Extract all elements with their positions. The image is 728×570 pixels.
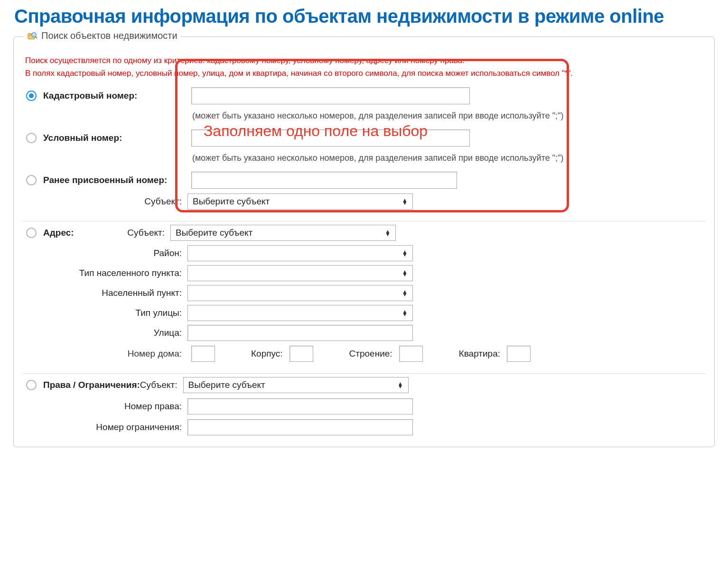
- street-type-label: Тип улицы:: [22, 308, 187, 318]
- radio-rights-label: Права / Ограничения:: [43, 380, 140, 390]
- settlement-type-select[interactable]: ▲▼: [187, 265, 413, 281]
- restriction-no-input[interactable]: [187, 419, 413, 435]
- dropdown-arrows-icon: ▲▼: [402, 290, 408, 296]
- previous-number-input[interactable]: [191, 172, 457, 189]
- radio-previous-label: Ранее присвоенный номер:: [43, 175, 167, 185]
- radio-cadastral-label: Кадастровый номер:: [43, 91, 137, 101]
- panel-title: Поиск объектов недвижимости: [41, 30, 177, 41]
- svg-line-3: [35, 36, 37, 38]
- dropdown-arrows-icon: ▲▼: [398, 382, 403, 388]
- flat-input[interactable]: [507, 346, 531, 362]
- district-select[interactable]: ▲▼: [187, 245, 413, 261]
- address-subject-select[interactable]: Выберите субъект ▲▼: [170, 225, 396, 241]
- building-input[interactable]: [289, 346, 313, 362]
- radio-rights[interactable]: [26, 380, 37, 390]
- section-divider: [22, 221, 706, 221]
- settlement-label: Населенный пункт:: [22, 288, 187, 298]
- house-label: Номер дома:: [22, 349, 187, 359]
- svg-rect-1: [28, 33, 31, 35]
- radio-cadastral[interactable]: [26, 91, 37, 101]
- conditional-hint: (может быть указано несколько номеров, д…: [192, 153, 706, 163]
- previous-subject-value: Выберите субъект: [193, 196, 270, 207]
- previous-subject-select[interactable]: Выберите субъект ▲▼: [187, 193, 413, 210]
- structure-input[interactable]: [399, 346, 423, 362]
- flat-label: Квартира:: [459, 349, 500, 359]
- rights-subject-value: Выберите субъект: [188, 380, 265, 390]
- settlement-type-label: Тип населенного пункта:: [22, 268, 187, 278]
- previous-subject-label: Субъект:: [22, 196, 187, 207]
- rights-subject-label: Субъект:: [140, 380, 183, 390]
- address-subject-value: Выберите субъект: [176, 228, 252, 238]
- conditional-number-input[interactable]: [191, 129, 470, 147]
- structure-label: Строение:: [349, 349, 392, 359]
- radio-address[interactable]: [26, 228, 37, 238]
- radio-previous[interactable]: [26, 175, 37, 185]
- cadastral-number-input[interactable]: [191, 87, 470, 104]
- dropdown-arrows-icon: ▲▼: [402, 270, 408, 276]
- folder-search-icon: [27, 31, 37, 41]
- section-divider: [22, 373, 706, 374]
- building-label: Корпус:: [251, 349, 283, 359]
- instructions: Поиск осуществляется по одному из критер…: [25, 54, 706, 80]
- dropdown-arrows-icon: ▲▼: [385, 230, 391, 236]
- restriction-no-label: Номер ограничения:: [22, 422, 187, 432]
- street-input[interactable]: [187, 325, 413, 341]
- right-no-label: Номер права:: [22, 401, 187, 412]
- search-panel: Поиск объектов недвижимости Поиск осущес…: [13, 37, 715, 447]
- dropdown-arrows-icon: ▲▼: [402, 199, 408, 204]
- page-title: Справочная информация по объектам недвиж…: [14, 6, 728, 27]
- dropdown-arrows-icon: ▲▼: [402, 310, 408, 316]
- district-label: Район:: [22, 248, 187, 258]
- house-input[interactable]: [191, 346, 215, 362]
- right-no-input[interactable]: [187, 398, 413, 414]
- address-subject-label: Субъект:: [77, 228, 170, 238]
- rights-subject-select[interactable]: Выберите субъект ▲▼: [183, 377, 409, 393]
- radio-conditional-label: Условный номер:: [43, 133, 122, 143]
- radio-conditional[interactable]: [26, 133, 37, 143]
- street-label: Улица:: [22, 328, 187, 338]
- cadastral-hint: (может быть указано несколько номеров, д…: [192, 111, 706, 121]
- settlement-select[interactable]: ▲▼: [187, 285, 413, 301]
- instructions-line-2: В полях кадастровый номер, условный номе…: [25, 67, 706, 80]
- instructions-line-1: Поиск осуществляется по одному из критер…: [25, 54, 706, 67]
- street-type-select[interactable]: ▲▼: [187, 305, 413, 321]
- dropdown-arrows-icon: ▲▼: [402, 250, 408, 256]
- radio-address-label: Адрес:: [43, 228, 77, 238]
